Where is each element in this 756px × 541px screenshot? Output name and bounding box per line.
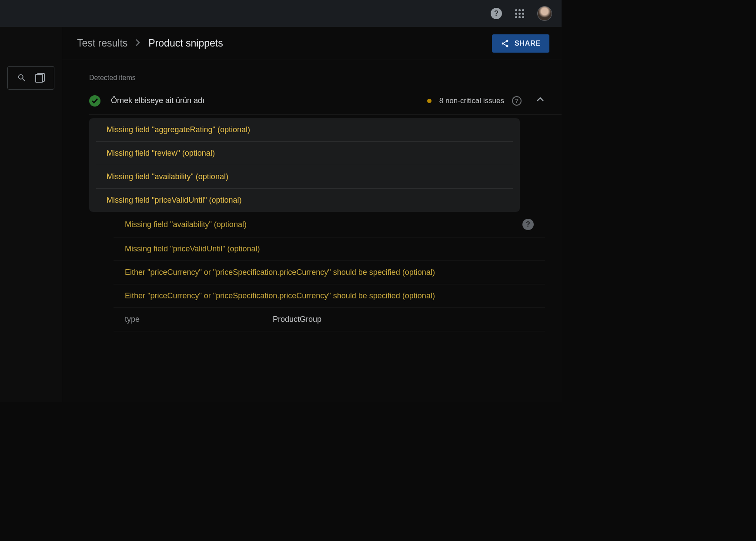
page-header: Test results Product snippets SHARE [62, 27, 562, 60]
highlighted-issues-card: Missing field "aggregateRating" (optiona… [89, 118, 520, 212]
breadcrumb-current: Product snippets [148, 37, 223, 49]
search-icon[interactable] [17, 73, 27, 83]
issue-row[interactable]: Missing field "priceValidUntil" (optiona… [114, 237, 545, 261]
help-icon[interactable]: ? [491, 8, 502, 19]
issue-text: Missing field "availability" (optional) [125, 220, 247, 229]
left-rail [0, 27, 62, 402]
detected-item-row[interactable]: Örnek elbiseye ait ürün adı 8 non-critic… [89, 90, 562, 115]
share-button[interactable]: SHARE [492, 34, 549, 53]
issue-row[interactable]: Missing field "aggregateRating" (optiona… [96, 118, 513, 142]
issue-row[interactable]: Either "priceCurrency" or "priceSpecific… [114, 261, 545, 284]
breadcrumb: Test results Product snippets [77, 37, 223, 49]
property-value: ProductGroup [273, 315, 321, 324]
apps-grid-icon[interactable] [515, 9, 524, 18]
share-icon [501, 39, 509, 48]
issue-row[interactable]: Missing field "availability" (optional) [96, 165, 513, 189]
issues-count-text: 8 non-critical issues [439, 97, 504, 105]
rail-toolbar [7, 66, 54, 90]
issue-text: Missing field "priceValidUntil" (optiona… [125, 244, 260, 254]
issues-container: Missing field "aggregateRating" (optiona… [89, 118, 562, 331]
warning-dot-icon [427, 99, 432, 103]
share-label: SHARE [515, 40, 541, 47]
issue-row[interactable]: Missing field "priceValidUntil" (optiona… [96, 189, 513, 212]
help-icon[interactable]: ? [522, 219, 534, 230]
breadcrumb-root[interactable]: Test results [77, 37, 127, 49]
issue-row[interactable]: Either "priceCurrency" or "priceSpecific… [114, 284, 545, 308]
content-pane: Test results Product snippets SHARE Dete… [62, 27, 562, 402]
chevron-right-icon [135, 37, 140, 49]
detected-item-title: Örnek elbiseye ait ürün adı [111, 96, 204, 105]
property-key: type [125, 315, 273, 324]
avatar[interactable] [537, 6, 552, 21]
topbar: ? [0, 0, 562, 27]
main-layout: Test results Product snippets SHARE Dete… [0, 27, 562, 402]
issues-summary: 8 non-critical issues ? [427, 95, 545, 107]
checkmark-badge-icon [89, 95, 100, 107]
issues-list: Missing field "availability" (optional) … [89, 212, 562, 331]
detected-items-label: Detected items [89, 74, 562, 82]
help-icon[interactable]: ? [512, 96, 522, 106]
issue-text: Either "priceCurrency" or "priceSpecific… [125, 291, 435, 301]
issue-row[interactable]: Missing field "availability" (optional) … [114, 212, 545, 237]
issue-row[interactable]: Missing field "review" (optional) [96, 142, 513, 165]
property-row: type ProductGroup [114, 308, 545, 331]
chevron-up-icon[interactable] [535, 95, 545, 107]
issue-text: Either "priceCurrency" or "priceSpecific… [125, 268, 435, 277]
detected-section: Detected items Örnek elbiseye ait ürün a… [62, 60, 562, 331]
copy-icon[interactable] [35, 73, 45, 83]
